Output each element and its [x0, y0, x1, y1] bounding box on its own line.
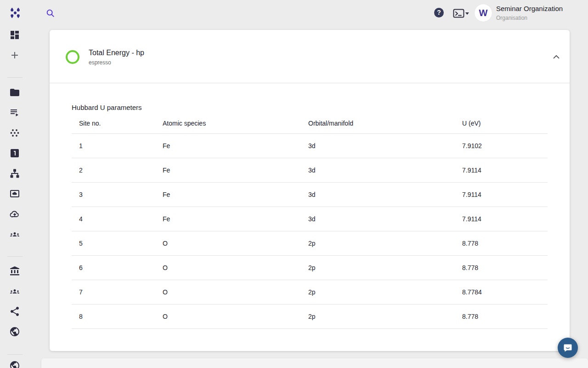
- table-cell: 4: [72, 207, 163, 231]
- table-cell: 2p: [308, 304, 462, 328]
- table-row: 8O2p8.778: [72, 304, 548, 328]
- table-cell: Fe: [163, 207, 308, 231]
- org-subtitle: Organisation: [496, 14, 563, 22]
- image-card-icon[interactable]: [9, 188, 20, 199]
- table-cell: 2p: [308, 280, 462, 304]
- table-cell: 8.778: [462, 255, 548, 280]
- table-row: 3Fe3d7.9114: [72, 182, 548, 207]
- looks-one-icon[interactable]: [9, 148, 20, 159]
- table-cell: Fe: [163, 158, 308, 182]
- topbar: ? W Seminar Organization Organisation: [0, 0, 588, 26]
- table-cell: 7.9102: [462, 133, 548, 158]
- sidebar-nav: [0, 26, 30, 368]
- next-card-peek[interactable]: [41, 358, 588, 368]
- account-switcher[interactable]: Seminar Organization Organisation: [496, 4, 563, 22]
- cloud-upload-icon[interactable]: [9, 208, 20, 219]
- column-header: U (eV): [462, 114, 548, 133]
- table-cell: 1: [72, 133, 163, 158]
- table-cell: 8.778: [462, 231, 548, 255]
- column-header: Orbital/manifold: [308, 114, 462, 133]
- table-cell: 3: [72, 182, 163, 207]
- table-row: 6O2p8.778: [72, 255, 548, 280]
- result-card-header[interactable]: Total Energy - hp espresso: [50, 30, 570, 83]
- hubbard-table-head: Site no.Atomic speciesOrbital/manifoldU …: [72, 114, 548, 133]
- table-cell: O: [163, 280, 308, 304]
- add-icon[interactable]: [9, 50, 20, 61]
- folder-icon[interactable]: [9, 87, 20, 98]
- table-cell: 8: [72, 304, 163, 328]
- table-row: 1Fe3d7.9102: [72, 133, 548, 158]
- table-cell: O: [163, 231, 308, 255]
- table-cell: 8.778: [462, 304, 548, 328]
- table-cell: 2p: [308, 255, 462, 280]
- team-icon[interactable]: [9, 229, 20, 240]
- column-header: Site no.: [72, 114, 163, 133]
- atoms-cluster-icon[interactable]: [9, 127, 20, 138]
- sidebar-divider: [7, 77, 23, 78]
- app-root: { "topbar": { "org_name": "Seminar Organ…: [0, 0, 588, 368]
- table-cell: 5: [72, 231, 163, 255]
- hubbard-table: Site no.Atomic speciesOrbital/manifoldU …: [72, 114, 548, 329]
- table-cell: 7: [72, 280, 163, 304]
- table-cell: 3d: [308, 207, 462, 231]
- table-cell: 7.9114: [462, 207, 548, 231]
- table-cell: 6: [72, 255, 163, 280]
- status-ring-icon: [66, 50, 79, 64]
- table-cell: 3d: [308, 133, 462, 158]
- result-card: Total Energy - hp espresso Hubbard U par…: [50, 30, 570, 351]
- column-header: Atomic species: [163, 114, 308, 133]
- user-avatar[interactable]: W: [475, 4, 492, 22]
- card-subtitle: espresso: [89, 59, 111, 66]
- globe-icon[interactable]: [9, 326, 20, 337]
- share-icon[interactable]: [9, 306, 20, 317]
- table-header-row: Site no.Atomic speciesOrbital/manifoldU …: [72, 114, 548, 133]
- workflow-tree-icon[interactable]: [9, 168, 20, 179]
- table-cell: Fe: [163, 182, 308, 207]
- table-cell: 3d: [308, 182, 462, 207]
- section-label: Hubbard U parameters: [72, 104, 142, 111]
- chevron-up-icon[interactable]: [551, 52, 561, 62]
- chat-launcher-icon[interactable]: [558, 338, 578, 358]
- search-icon[interactable]: [45, 8, 56, 18]
- table-row: 4Fe3d7.9114: [72, 207, 548, 231]
- table-cell: 2p: [308, 231, 462, 255]
- table-row: 5O2p8.778: [72, 231, 548, 255]
- console-dropdown-icon[interactable]: [453, 8, 469, 18]
- sidebar-divider: [7, 256, 23, 257]
- sidebar-divider: [7, 354, 23, 355]
- hubbard-table-body: 1Fe3d7.91022Fe3d7.91143Fe3d7.91144Fe3d7.…: [72, 133, 548, 328]
- table-row: 7O2p8.7784: [72, 280, 548, 304]
- people-icon[interactable]: [9, 286, 20, 297]
- jobs-list-icon[interactable]: [9, 107, 20, 118]
- help-icon[interactable]: ?: [434, 8, 444, 17]
- brand-logo-icon[interactable]: [9, 6, 22, 19]
- table-cell: 8.7784: [462, 280, 548, 304]
- org-name: Seminar Organization: [496, 4, 563, 13]
- table-row: 2Fe3d7.9114: [72, 158, 548, 182]
- table-cell: 7.9114: [462, 158, 548, 182]
- table-cell: O: [163, 255, 308, 280]
- table-cell: 2: [72, 158, 163, 182]
- card-title: Total Energy - hp: [89, 48, 144, 58]
- table-cell: O: [163, 304, 308, 328]
- table-cell: 7.9114: [462, 182, 548, 207]
- table-cell: 3d: [308, 158, 462, 182]
- bank-icon[interactable]: [9, 265, 20, 276]
- dashboard-icon[interactable]: [9, 29, 20, 40]
- globe-partial-icon[interactable]: [9, 360, 20, 368]
- table-cell: Fe: [163, 133, 308, 158]
